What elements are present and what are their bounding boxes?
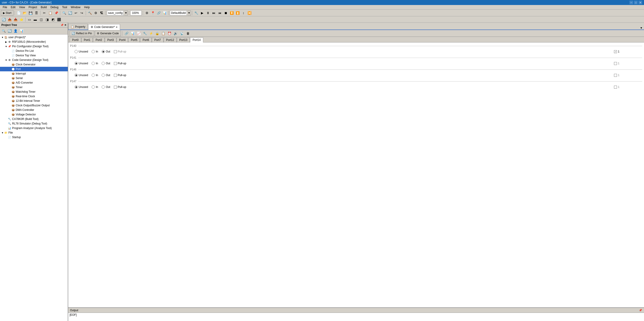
tab-expand-btn[interactable]: ▼ <box>638 26 644 29</box>
find-btn[interactable]: 🔍 <box>62 10 67 16</box>
tree-item-device-top-view[interactable]: 📄Device Top View <box>0 53 68 58</box>
tree-close-icon[interactable]: ✕ <box>64 24 66 26</box>
save-btn[interactable]: 💾 <box>28 10 33 16</box>
tree-item-a/d-converter[interactable]: 📦A/D Converter <box>0 80 68 85</box>
tool2-btn6[interactable]: ▬ <box>32 17 38 22</box>
port-tab-port6[interactable]: Port6 <box>140 37 152 42</box>
build-dropdown[interactable]: DefaultBuild <box>170 10 187 15</box>
tree-item-watchdog-timer[interactable]: 📦Watchdog Timer <box>0 89 68 94</box>
maximize-btn[interactable]: □ <box>634 1 638 4</box>
minimize-btn[interactable]: ─ <box>630 1 633 4</box>
radio-p141-out[interactable]: Out <box>102 62 110 65</box>
tab-code-generator[interactable]: ⚙ Code Generator* ✕ <box>88 24 120 30</box>
tool2-btn8[interactable]: ◨ <box>44 17 50 22</box>
radio-p141-in[interactable]: In <box>92 62 98 65</box>
menu-project[interactable]: Project <box>27 5 39 9</box>
pullup-checkbox-p147[interactable]: Pull-up <box>114 85 126 89</box>
window-controls[interactable]: ─ □ ✕ <box>630 1 642 4</box>
ct-btn7[interactable]: 📋 <box>161 31 166 36</box>
radio-p141-unused[interactable]: Unused <box>74 62 88 65</box>
tree-expand-real-time-clock[interactable] <box>8 95 11 98</box>
tree-expand-port[interactable] <box>8 67 11 71</box>
tree-expand-user-(project)*[interactable]: ▼ <box>1 36 4 39</box>
ct-btn1[interactable]: 🔗 <box>124 31 129 36</box>
debug-btn8[interactable]: ⏫ <box>235 10 240 16</box>
tree-item-real-time-clock[interactable]: 📦Real-time Clock <box>0 94 68 99</box>
ct-btn9[interactable]: 🔊 <box>173 31 178 36</box>
tool2-btn1[interactable]: 🔄 <box>1 17 6 22</box>
tree-item-pin-configurator-(design-tool)[interactable]: ▼📌Pin Configurator (Design Tool) <box>0 44 68 49</box>
debug-btn9[interactable]: ↕ <box>241 10 246 16</box>
pullup-checkbox-p146[interactable]: Pull-up <box>114 74 126 77</box>
tree-pin-icon[interactable]: 📌 <box>60 24 64 26</box>
port-tab-port12[interactable]: Port12 <box>164 37 177 42</box>
radio-p147-unused[interactable]: Unused <box>74 85 88 89</box>
pin-btn1[interactable]: 📍 <box>150 10 156 16</box>
port-tab-port1[interactable]: Port1 <box>82 37 93 42</box>
tree-expand-file[interactable]: ▼ <box>1 131 4 134</box>
pin-btn2[interactable]: 🔗 <box>156 10 162 16</box>
tool2-btn3[interactable]: 📥 <box>13 17 18 22</box>
tool2-btn10[interactable]: ⬛ <box>56 17 62 22</box>
cut-btn[interactable]: ✂ <box>42 10 47 16</box>
port-tab-port13[interactable]: Port13 <box>177 37 190 42</box>
tree-item-dma-controller[interactable]: 📦DMA Controller <box>0 108 68 112</box>
menu-edit[interactable]: Edit <box>9 5 17 9</box>
tree-expand-dma-controller[interactable] <box>8 108 11 112</box>
tree-item-clock-output/buzzer-output[interactable]: 📦Clock Output/Buzzer Output <box>0 103 68 108</box>
tree-item-file[interactable]: ▼📁File <box>0 130 68 135</box>
debug-btn5[interactable]: ⏮ <box>217 10 222 16</box>
ct-btn5[interactable]: ⚡ <box>148 31 154 36</box>
tree-tool2[interactable]: 🔄 <box>7 28 12 34</box>
port-tab-port0[interactable]: Port0 <box>70 37 81 42</box>
ct-btn6[interactable]: 🔒 <box>154 31 160 36</box>
radio-p147-in[interactable]: In <box>92 85 98 89</box>
tree-expand-code-generator-(design-tool)[interactable]: ▼ <box>4 58 8 61</box>
pin-btn3[interactable]: 📊 <box>162 10 167 16</box>
config-dropdown-arrow[interactable]: ▼ <box>124 10 128 15</box>
port-tab-port3[interactable]: Port3 <box>105 37 116 42</box>
debug-btn10[interactable]: 🔀 <box>247 10 252 16</box>
menu-file[interactable]: File <box>1 5 9 9</box>
tree-item-ca78k0r-(build-tool)[interactable]: 🔧CA78K0R (Build Tool) <box>0 117 68 121</box>
undo-btn[interactable]: ↩ <box>73 10 79 16</box>
debug-btn7[interactable]: ⏬ <box>229 10 234 16</box>
tree-expand-serial[interactable] <box>8 76 11 80</box>
ct-btn2[interactable]: 📊 <box>130 31 136 36</box>
menu-view[interactable]: View <box>17 5 27 9</box>
value-checkbox-p140[interactable]: 1 <box>614 50 620 53</box>
radio-p140-in[interactable]: In <box>92 50 98 53</box>
tree-tool1[interactable]: 🔍 <box>1 28 6 34</box>
tree-item-serial[interactable]: 📦Serial <box>0 76 68 80</box>
tool2-btn7[interactable]: ◫ <box>38 17 44 22</box>
tool2-btn4[interactable]: ⭐ <box>19 17 24 22</box>
tree-expand-device-top-view[interactable] <box>8 54 11 57</box>
debug-btn4[interactable]: ⏭ <box>211 10 217 16</box>
debug-btn6[interactable]: ⏹ <box>223 10 228 16</box>
tree-item-12-bit-interval-timer[interactable]: 📦12-Bit Interval Timer <box>0 99 68 103</box>
tree-item-startup[interactable]: 📄Startup <box>0 135 68 139</box>
ct-btn3[interactable]: 📈 <box>136 31 142 36</box>
radio-p140-unused[interactable]: Unused <box>74 50 88 53</box>
value-checkbox-p146[interactable]: 1 <box>614 74 620 77</box>
menu-help[interactable]: Help <box>82 5 92 9</box>
ct-btn8[interactable]: ⏰ <box>167 31 172 36</box>
tree-expand-clock-generator[interactable] <box>8 63 11 66</box>
value-checkbox-p147[interactable]: 1 <box>614 85 620 89</box>
ct-btn4[interactable]: 🔧 <box>142 31 148 36</box>
tree-expand-voltage-detector[interactable] <box>8 113 11 116</box>
redo-btn[interactable]: ↪ <box>79 10 84 16</box>
start-button[interactable]: ▶ Start <box>1 10 14 16</box>
radio-p146-out[interactable]: Out <box>102 74 110 77</box>
tool2-btn2[interactable]: 📤 <box>7 17 12 22</box>
code-gen-tab-close[interactable]: ✕ <box>116 26 118 28</box>
tree-expand-watchdog-timer[interactable] <box>8 90 11 93</box>
tree-tool4[interactable]: 📊 <box>19 28 24 34</box>
tree-expand-program-analyzer-(analyze-tool)[interactable] <box>4 127 8 130</box>
ct-btn10[interactable]: 📡 <box>179 31 184 36</box>
build-dropdown-arrow[interactable]: ▼ <box>187 10 191 15</box>
build-btn3[interactable]: 🏗 <box>99 10 104 16</box>
tree-item-timer[interactable]: 📦Timer <box>0 85 68 89</box>
menu-build[interactable]: Build <box>39 5 49 9</box>
tree-item-voltage-detector[interactable]: 📦Voltage Detector <box>0 112 68 117</box>
